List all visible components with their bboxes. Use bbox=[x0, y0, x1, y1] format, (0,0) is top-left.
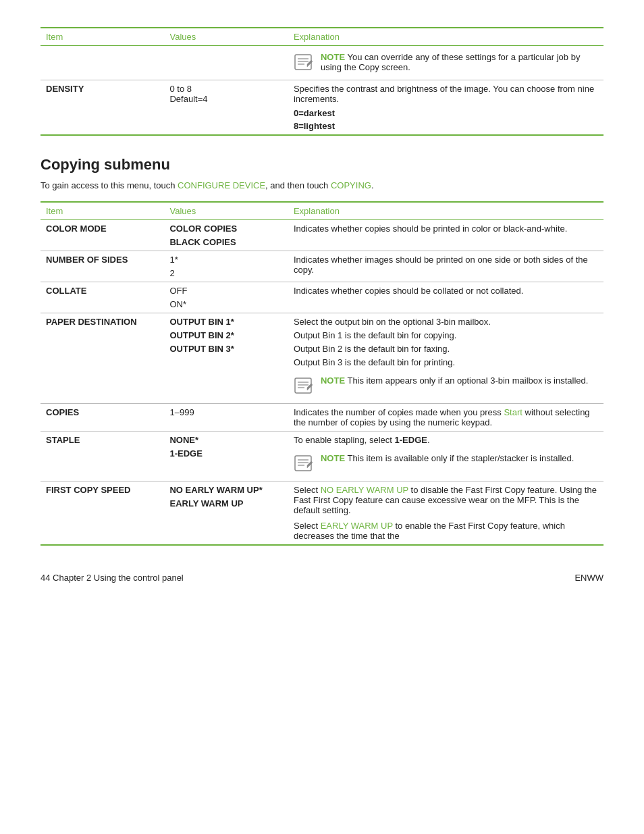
paper-dest-exp-2: Output Bin 1 is the default bin for copy… bbox=[294, 330, 598, 340]
copy-table: Item Values Explanation COLOR MODE COLOR… bbox=[41, 201, 603, 546]
top-table: Item Values Explanation NOT bbox=[41, 27, 603, 136]
staple-item: STAPLE bbox=[41, 432, 164, 481]
staple-values: NONE* 1-EDGE bbox=[164, 432, 288, 481]
color-mode-values: COLOR COPIES BLACK COPIES bbox=[164, 220, 288, 251]
note-box: NOTE You can override any of these setti… bbox=[294, 49, 598, 76]
paper-dest-item: PAPER DESTINATION bbox=[41, 313, 164, 404]
note-explanation-cell: NOTE You can override any of these setti… bbox=[288, 46, 603, 80]
copies-explanation: Indicates the number of copies made when… bbox=[288, 404, 603, 432]
paper-dest-exp-1: Select the output bin on the optional 3-… bbox=[294, 317, 598, 327]
copy-header-item: Item bbox=[41, 202, 164, 220]
note-icon-staple bbox=[294, 453, 315, 475]
density-values-cell: 0 to 8 Default=4 bbox=[164, 80, 288, 136]
first-copy-exp-1: Select NO EARLY WARM UP to disable the F… bbox=[294, 485, 598, 515]
start-link: Start bbox=[504, 407, 522, 417]
note-row: NOTE You can override any of these setti… bbox=[41, 46, 603, 80]
density-explanation-cell: Specifies the contrast and brightness of… bbox=[288, 80, 603, 136]
paper-dest-note: NOTE This item appears only if an option… bbox=[294, 373, 598, 400]
note-values-cell bbox=[164, 46, 288, 80]
density-explanation-2: 0=darkest bbox=[294, 108, 598, 118]
color-mode-explanation: Indicates whether copies should be print… bbox=[288, 220, 603, 251]
paper-dest-explanation: Select the output bin on the optional 3-… bbox=[288, 313, 603, 404]
first-copy-values: NO EARLY WARM UP* EARLY WARM UP bbox=[164, 481, 288, 546]
note-icon-paper-dest bbox=[294, 375, 315, 397]
note-body: You can override any of these settings f… bbox=[321, 52, 580, 72]
configure-device-link[interactable]: CONFIGURE DEVICE bbox=[178, 180, 265, 190]
num-sides-values: 1* 2 bbox=[164, 251, 288, 282]
top-header-explanation: Explanation bbox=[288, 28, 603, 46]
paper-dest-note-content: NOTE This item appears only if an option… bbox=[321, 375, 588, 386]
early-warm-up-ref: EARLY WARM UP bbox=[321, 521, 393, 531]
staple-note-body: This item is available only if the stapl… bbox=[347, 453, 574, 463]
collate-values: OFF ON* bbox=[164, 282, 288, 313]
intro-suffix: . bbox=[371, 180, 374, 190]
density-value-2: Default=4 bbox=[169, 94, 282, 104]
first-copy-exp-2: Select EARLY WARM UP to enable the Fast … bbox=[294, 521, 598, 541]
number-of-sides-row: NUMBER OF SIDES 1* 2 Indicates whether i… bbox=[41, 251, 603, 282]
intro-middle: , and then touch bbox=[265, 180, 331, 190]
staple-note-label: NOTE bbox=[321, 453, 345, 463]
intro-prefix: To gain access to this menu, touch bbox=[41, 180, 178, 190]
staple-explanation: To enable stapling, select 1-EDGE. NOTE … bbox=[288, 432, 603, 481]
color-mode-item: COLOR MODE bbox=[41, 220, 164, 251]
density-row: DENSITY 0 to 8 Default=4 Specifies the c… bbox=[41, 80, 603, 136]
svg-rect-8 bbox=[295, 456, 311, 471]
copy-header-explanation: Explanation bbox=[288, 202, 603, 220]
num-sides-item: NUMBER OF SIDES bbox=[41, 251, 164, 282]
staple-note: NOTE This item is available only if the … bbox=[294, 450, 598, 477]
staple-exp-text: To enable stapling, select 1-EDGE. bbox=[294, 435, 598, 445]
copies-values: 1–999 bbox=[164, 404, 288, 432]
copy-header-values: Values bbox=[164, 202, 288, 220]
paper-dest-values: OUTPUT BIN 1* OUTPUT BIN 2* OUTPUT BIN 3… bbox=[164, 313, 288, 404]
paper-dest-note-label: NOTE bbox=[321, 375, 345, 386]
first-copy-speed-row: FIRST COPY SPEED NO EARLY WARM UP* EARLY… bbox=[41, 481, 603, 546]
svg-rect-4 bbox=[295, 378, 311, 393]
footer: 44 Chapter 2 Using the control panel ENW… bbox=[41, 573, 603, 583]
footer-right: ENWW bbox=[574, 573, 603, 583]
copies-row: COPIES 1–999 Indicates the number of cop… bbox=[41, 404, 603, 432]
density-label: DENSITY bbox=[46, 84, 84, 94]
paper-dest-exp-3: Output Bin 2 is the default bin for faxi… bbox=[294, 344, 598, 354]
density-item-cell: DENSITY bbox=[41, 80, 164, 136]
note-item-cell bbox=[41, 46, 164, 80]
first-copy-explanation: Select NO EARLY WARM UP to disable the F… bbox=[288, 481, 603, 546]
collate-item: COLLATE bbox=[41, 282, 164, 313]
no-early-warm-up-ref: NO EARLY WARM UP bbox=[321, 485, 408, 495]
paper-dest-exp-4: Output Bin 3 is the default bin for prin… bbox=[294, 357, 598, 367]
first-copy-item: FIRST COPY SPEED bbox=[41, 481, 164, 546]
copies-item: COPIES bbox=[41, 404, 164, 432]
staple-row: STAPLE NONE* 1-EDGE To enable stapling, … bbox=[41, 432, 603, 481]
note-icon bbox=[294, 52, 315, 74]
density-explanation-1: Specifies the contrast and brightness of… bbox=[294, 84, 598, 104]
top-header-values: Values bbox=[164, 28, 288, 46]
collate-explanation: Indicates whether copies should be colla… bbox=[288, 282, 603, 313]
density-explanation-3: 8=lightest bbox=[294, 121, 598, 131]
density-value-1: 0 to 8 bbox=[169, 84, 282, 94]
section-title: Copying submenu bbox=[41, 156, 603, 174]
staple-note-content: NOTE This item is available only if the … bbox=[321, 453, 574, 463]
num-sides-explanation: Indicates whether images should be print… bbox=[288, 251, 603, 282]
paper-dest-note-body: This item appears only if an optional 3-… bbox=[347, 375, 588, 386]
note-label: NOTE bbox=[321, 52, 345, 62]
copying-link[interactable]: COPYING bbox=[331, 180, 371, 190]
top-header-item: Item bbox=[41, 28, 164, 46]
section-intro: To gain access to this menu, touch CONFI… bbox=[41, 180, 603, 190]
collate-row: COLLATE OFF ON* Indicates whether copies… bbox=[41, 282, 603, 313]
svg-rect-0 bbox=[295, 55, 311, 70]
note-content: NOTE You can override any of these setti… bbox=[321, 52, 598, 72]
paper-destination-row: PAPER DESTINATION OUTPUT BIN 1* OUTPUT B… bbox=[41, 313, 603, 404]
color-mode-row: COLOR MODE COLOR COPIES BLACK COPIES Ind… bbox=[41, 220, 603, 251]
footer-left: 44 Chapter 2 Using the control panel bbox=[41, 573, 184, 583]
